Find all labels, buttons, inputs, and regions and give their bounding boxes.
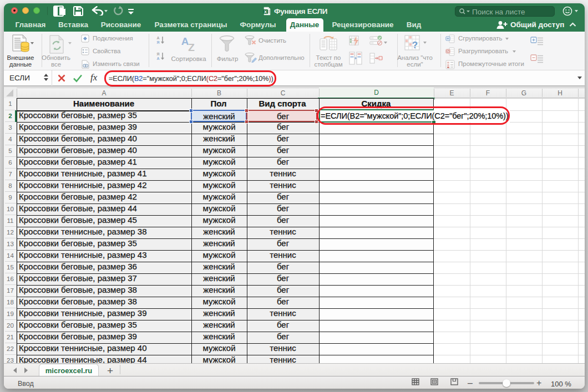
svg-text:Я: Я [156, 52, 159, 56]
svg-text:Я: Я [156, 40, 159, 44]
svg-text:Z: Z [188, 42, 195, 52]
svg-text:X: X [264, 9, 267, 14]
svg-text:А: А [156, 57, 159, 60]
svg-text:?: ? [412, 40, 418, 50]
svg-text:А: А [156, 36, 159, 40]
